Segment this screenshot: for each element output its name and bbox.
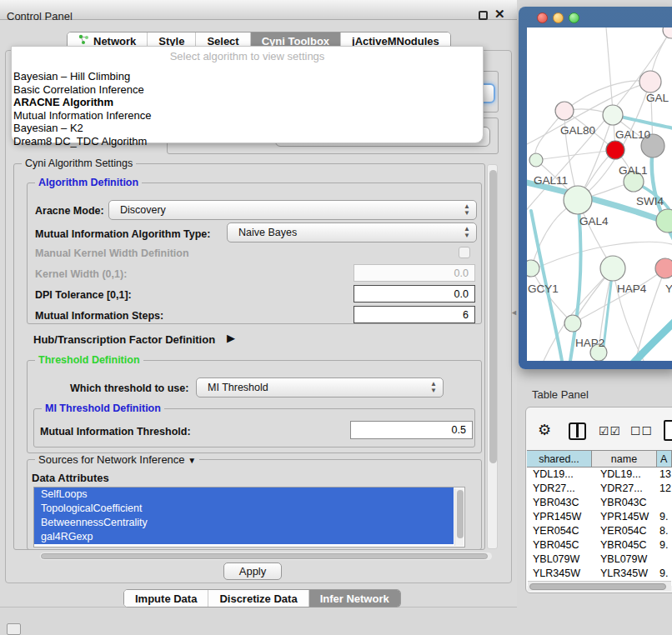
table-row[interactable]: YBR045CYBR045C9. xyxy=(527,538,672,552)
tab-label: Discretize Data xyxy=(219,592,297,605)
table-row[interactable]: YDL19...YDL19...13 xyxy=(527,468,672,482)
mi-threshold-label: Mutual Information Threshold: xyxy=(40,426,191,438)
column-header-shared[interactable]: shared... xyxy=(527,451,592,467)
node-label: Y xyxy=(665,282,672,295)
network-canvas[interactable]: GAL GAL80 GAL10 GAL1 GAL11 SWI4 GAL4 GCY… xyxy=(527,28,672,361)
aracne-mode-label: Aracne Mode: xyxy=(35,205,104,217)
table-row[interactable]: YLR345WYLR345W9. xyxy=(527,567,672,581)
data-attribute-item[interactable]: gal4RGexp xyxy=(34,530,454,544)
data-attribute-item[interactable]: SelfLoops xyxy=(34,488,454,502)
node-hap2[interactable] xyxy=(564,315,581,332)
kernel-width-field[interactable]: 0.0 xyxy=(354,264,475,282)
table-cell: YBL079W xyxy=(592,552,657,567)
float-window-button[interactable] xyxy=(479,11,488,20)
table-cell xyxy=(657,496,672,510)
table-cell: YDL19... xyxy=(592,468,657,482)
apply-button[interactable]: Apply xyxy=(223,562,282,580)
algorithm-option[interactable]: Bayesian – Hill Climbing xyxy=(13,70,480,83)
node-label: GAL11 xyxy=(534,174,568,187)
table-cell: 9. xyxy=(657,567,672,581)
table-cell: YBR045C xyxy=(527,538,592,552)
data-attribute-item[interactable]: BetweennessCentrality xyxy=(34,516,454,530)
list-scrollbar[interactable] xyxy=(454,488,464,546)
tab-infer-network[interactable]: Infer Network xyxy=(309,590,400,607)
group-title: Threshold Definition xyxy=(35,354,143,366)
close-icon[interactable]: ✕ xyxy=(494,7,505,22)
table-row[interactable]: YBR043CYBR043C xyxy=(527,496,672,510)
node-salmon[interactable] xyxy=(655,258,672,278)
group-title: Algorithm Definition xyxy=(35,177,142,188)
stepper-icon: ▲▼ xyxy=(464,226,470,239)
table-panel-title: Table Panel xyxy=(532,388,589,401)
window-minimize-button[interactable] xyxy=(553,12,564,23)
collapse-arrow-icon[interactable]: ▼ xyxy=(188,456,196,465)
node-gal2[interactable] xyxy=(639,71,661,92)
group-title: Sources for Network Inference ▼ xyxy=(35,453,199,466)
table-cell: 9. xyxy=(657,538,672,552)
expander-arrow-icon[interactable]: ▶ xyxy=(227,332,235,344)
algorithm-dropdown-placeholder: Select algorithm to view settings xyxy=(11,50,484,62)
stepper-icon: ▲▼ xyxy=(430,381,437,394)
table-cell: YBR043C xyxy=(527,496,592,510)
table-row[interactable]: YBL079WYBL079W xyxy=(527,552,672,567)
node-gal10[interactable] xyxy=(603,105,623,125)
hub-definition-expander[interactable]: Hub/Transcription Factor Definition xyxy=(33,333,215,346)
settings-hscrollbar[interactable] xyxy=(40,552,492,560)
table-hscrollbar[interactable] xyxy=(528,581,671,591)
mi-steps-field[interactable]: 6 xyxy=(354,306,475,323)
column-header-partial[interactable]: A xyxy=(657,451,672,467)
node-label: SWI4 xyxy=(636,195,664,208)
tab-discretize-data[interactable]: Discretize Data xyxy=(208,590,308,607)
dpi-tolerance-field[interactable]: 0.0 xyxy=(354,285,475,302)
node-label: HAP2 xyxy=(575,337,604,349)
table-cell: YPR145W xyxy=(527,510,592,524)
node-red-selected[interactable] xyxy=(606,141,624,159)
column-view-icon[interactable] xyxy=(569,422,586,440)
panel-grip-icon[interactable] xyxy=(7,623,21,635)
node-gal80[interactable] xyxy=(555,102,574,120)
table-cell: 13 xyxy=(657,468,672,482)
window-zoom-button[interactable] xyxy=(569,12,579,23)
algorithm-option[interactable]: Bayesian – K2 xyxy=(13,122,480,135)
mi-type-combo[interactable]: Naive Bayes ▲▼ xyxy=(227,222,477,242)
combo-value: Naive Bayes xyxy=(238,227,297,238)
algorithm-option[interactable]: Mutual Information Inference xyxy=(13,109,480,122)
table-cell: YBR043C xyxy=(592,496,657,510)
which-threshold-combo[interactable]: MI Threshold ▲▼ xyxy=(196,378,444,398)
node-label: GAL4 xyxy=(579,215,609,228)
checked-checkboxes-icon[interactable]: ☑☑ xyxy=(599,424,621,438)
algorithm-option[interactable]: Basic Correlation Inference xyxy=(13,83,480,97)
node-swi4[interactable] xyxy=(656,209,672,232)
node-gcy1[interactable] xyxy=(527,260,539,277)
node-hap4[interactable] xyxy=(600,256,625,281)
stepper-icon: ▲▼ xyxy=(464,203,470,217)
algorithm-option[interactable]: ARACNE Algorithm xyxy=(13,96,480,109)
table-row[interactable]: YER054CYER054C8. xyxy=(527,524,672,538)
table-row[interactable]: YPR145WYPR145W9. xyxy=(527,510,672,524)
settings-scrollbar[interactable] xyxy=(487,164,498,549)
data-attribute-item[interactable]: TopologicalCoefficient xyxy=(34,502,454,516)
mi-threshold-field[interactable]: 0.5 xyxy=(350,421,473,439)
table-cell: YER054C xyxy=(592,524,657,538)
splitter-collapse-arrow[interactable]: ◄ xyxy=(510,308,518,317)
table-cell: YDR27... xyxy=(592,482,657,496)
node-gal4[interactable] xyxy=(564,186,592,214)
node-gal11[interactable] xyxy=(529,153,543,167)
node-label: GAL10 xyxy=(615,128,650,141)
tab-label: Impute Data xyxy=(135,592,197,605)
algorithm-option[interactable]: Dream8 DC_TDC Algorithm xyxy=(13,135,480,148)
unchecked-checkboxes-icon[interactable]: ☐☐ xyxy=(630,424,653,438)
column-header-name[interactable]: name xyxy=(592,451,657,467)
table-header: shared... name A xyxy=(527,450,672,468)
manual-kernel-checkbox[interactable] xyxy=(459,247,470,258)
table-cell: 9. xyxy=(657,510,672,524)
window-close-button[interactable] xyxy=(537,12,548,23)
node-label: GCY1 xyxy=(528,282,559,295)
table-row[interactable]: YDR27...YDR27...12 xyxy=(527,482,672,496)
tab-impute-data[interactable]: Impute Data xyxy=(124,590,208,607)
aracne-mode-combo[interactable]: Discovery ▲▼ xyxy=(108,200,477,220)
gear-icon[interactable]: ⚙ xyxy=(538,421,551,439)
document-icon[interactable] xyxy=(664,420,672,441)
table-cell: 8. xyxy=(657,524,672,538)
node-partial-top[interactable] xyxy=(663,28,672,38)
